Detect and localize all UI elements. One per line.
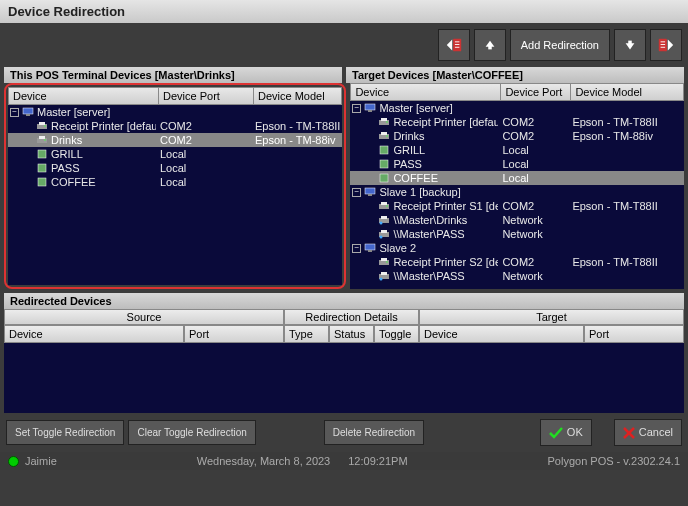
svg-point-21 (44, 139, 46, 141)
tree-row[interactable]: −Master [server] (8, 105, 342, 119)
svg-marker-0 (447, 40, 452, 51)
tree-row[interactable]: COFFEELocal (350, 171, 684, 185)
status-time: 12:09:21PM (348, 455, 407, 467)
device-model: Epson - TM-T88II (570, 116, 684, 128)
target-devices-pane: DeviceDevice PortDevice Model −Master [s… (350, 83, 684, 289)
status-indicator-icon (8, 456, 19, 467)
tree-row[interactable]: \\Master\PASSNetwork (350, 269, 684, 283)
column-header[interactable]: Device Port (501, 84, 571, 100)
srv-icon (22, 107, 34, 117)
column-header[interactable]: Port (584, 325, 684, 343)
svg-rect-36 (365, 188, 375, 194)
svg-rect-4 (455, 47, 460, 48)
dev-icon (36, 149, 48, 159)
tree-row[interactable]: \\Master\DrinksNetwork (350, 213, 684, 227)
svg-rect-37 (368, 194, 372, 196)
dev-icon (36, 177, 48, 187)
left-panel-title: This POS Terminal Devices [Master\Drinks… (4, 67, 342, 83)
device-name: Slave 1 [backup] (379, 186, 460, 198)
right-tree[interactable]: −Master [server]Receipt Printer [default… (350, 101, 684, 289)
dev-icon (378, 173, 390, 183)
expand-toggle-icon[interactable]: − (10, 108, 19, 117)
svg-point-32 (387, 135, 389, 137)
column-header[interactable]: Device (351, 84, 501, 100)
add-redirection-button[interactable]: Add Redirection (510, 29, 610, 61)
column-header[interactable]: Status (329, 325, 374, 343)
right-column-headers: DeviceDevice PortDevice Model (350, 83, 684, 101)
nav-first-button[interactable] (438, 29, 470, 61)
device-name: Receipt Printer [default] (393, 116, 498, 128)
device-port: Local (158, 162, 253, 174)
srv-icon (364, 187, 376, 197)
tree-row[interactable]: −Master [server] (350, 101, 684, 115)
device-model: Epson - TM-T88II (253, 120, 342, 132)
svg-rect-42 (381, 216, 387, 219)
column-header[interactable]: Device (419, 325, 584, 343)
group-header: Target (419, 309, 684, 325)
svg-marker-13 (668, 40, 673, 51)
device-name: COFFEE (393, 172, 438, 184)
tree-row[interactable]: \\Master\PASSNetwork (350, 227, 684, 241)
left-tree[interactable]: −Master [server]Receipt Printer [default… (8, 105, 342, 285)
tree-row[interactable]: Receipt Printer S2 [default]COM2Epson - … (350, 255, 684, 269)
device-port: Local (500, 172, 570, 184)
device-name: Receipt Printer S2 [default] (393, 256, 498, 268)
column-header[interactable]: Device Port (159, 88, 254, 104)
device-port: Network (500, 270, 570, 282)
column-header[interactable]: Device (4, 325, 184, 343)
clear-toggle-button[interactable]: Clear Toggle Redirection (128, 420, 255, 445)
svg-rect-3 (455, 44, 460, 45)
status-bar: Jaimie Wednesday, March 8, 2023 12:09:21… (0, 452, 688, 470)
tree-row[interactable]: Receipt Printer [default]COM2Epson - TM-… (350, 115, 684, 129)
redirected-title: Redirected Devices (4, 293, 684, 309)
tree-row[interactable]: GRILLLocal (8, 147, 342, 161)
tree-row[interactable]: DrinksCOM2Epson - TM-88iv (8, 133, 342, 147)
expand-toggle-icon[interactable]: − (352, 244, 361, 253)
svg-rect-31 (381, 132, 387, 135)
cancel-label: Cancel (639, 426, 673, 438)
ok-button[interactable]: OK (540, 419, 592, 446)
group-header: Redirection Details (284, 309, 419, 325)
set-toggle-button[interactable]: Set Toggle Redirection (6, 420, 124, 445)
device-port: COM2 (500, 116, 570, 128)
tree-row[interactable]: GRILLLocal (350, 143, 684, 157)
nav-last-button[interactable] (650, 29, 682, 61)
column-header[interactable]: Device (9, 88, 159, 104)
expand-toggle-icon[interactable]: − (352, 188, 361, 197)
tree-row[interactable]: PASSLocal (8, 161, 342, 175)
device-name: Slave 2 (379, 242, 416, 254)
svg-rect-24 (38, 178, 46, 186)
device-name: PASS (51, 162, 80, 174)
tree-row[interactable]: Receipt Printer [default]COM2Epson - TM-… (8, 119, 342, 133)
svg-rect-12 (661, 47, 666, 48)
device-name: PASS (393, 158, 422, 170)
net-icon (378, 215, 390, 225)
column-header[interactable]: Device Model (254, 88, 341, 104)
prt-icon (378, 117, 390, 127)
column-header[interactable]: Type (284, 325, 329, 343)
net-icon (378, 271, 390, 281)
delete-redirection-button[interactable]: Delete Redirection (324, 420, 424, 445)
tree-row[interactable]: −Slave 2 (350, 241, 684, 255)
column-header[interactable]: Toggle (374, 325, 419, 343)
svg-rect-39 (381, 202, 387, 205)
column-header[interactable]: Device Model (571, 84, 683, 100)
svg-point-46 (380, 236, 383, 239)
move-up-button[interactable] (474, 29, 506, 61)
redirected-list[interactable] (4, 343, 684, 413)
device-port: COM2 (158, 134, 253, 146)
prt-icon (36, 135, 48, 145)
tree-row[interactable]: COFFEELocal (8, 175, 342, 189)
expand-toggle-icon[interactable]: − (352, 104, 361, 113)
tree-row[interactable]: PASSLocal (350, 157, 684, 171)
tree-row[interactable]: DrinksCOM2Epson - TM-88iv (350, 129, 684, 143)
tree-row[interactable]: Receipt Printer S1 [default]COM2Epson - … (350, 199, 684, 213)
cancel-button[interactable]: Cancel (614, 419, 682, 446)
device-port: Local (500, 144, 570, 156)
svg-rect-34 (380, 160, 388, 168)
column-header[interactable]: Port (184, 325, 284, 343)
tree-row[interactable]: −Slave 1 [backup] (350, 185, 684, 199)
device-model: Epson - TM-T88II (570, 256, 684, 268)
move-down-button[interactable] (614, 29, 646, 61)
device-name: Master [server] (37, 106, 110, 118)
